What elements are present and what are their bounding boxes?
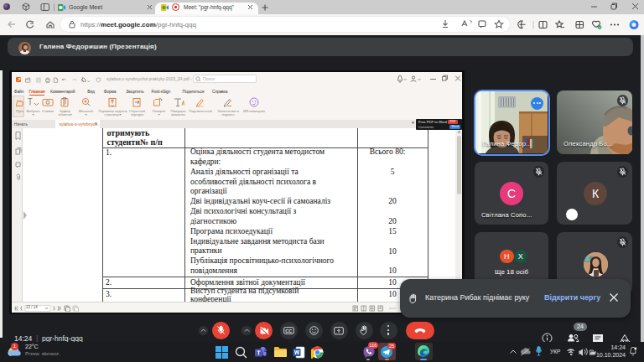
- svg-text:CC: CC: [285, 328, 292, 334]
